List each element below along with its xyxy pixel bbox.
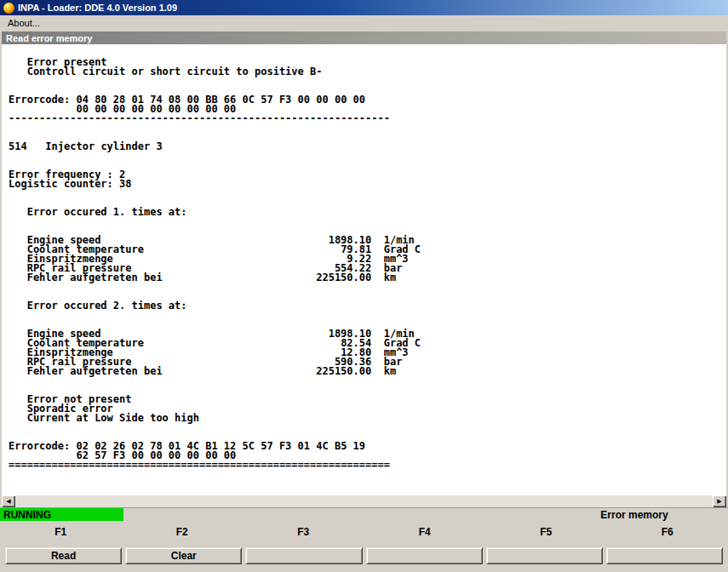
app-window: INPA - Loader: DDE 4.0 Version 1.09 Abou… bbox=[0, 0, 728, 564]
scroll-left-button[interactable]: ◀ bbox=[2, 495, 15, 507]
error-status-line: Error not present bbox=[9, 395, 723, 404]
inpa-app-icon bbox=[3, 3, 14, 14]
f4-button[interactable] bbox=[366, 547, 483, 564]
scroll-left-icon: ◀ bbox=[6, 499, 10, 505]
error-status-line: Current at Low Side too high bbox=[9, 414, 723, 423]
occurrence-2-header: Error occured 2. times at: bbox=[9, 301, 723, 311]
f2-clear-button[interactable]: Clear bbox=[125, 547, 242, 564]
error-description-line: Controll circuit or short circuit to pos… bbox=[9, 67, 723, 77]
measurement-label: Fehler aufgetreten bei bbox=[9, 273, 163, 283]
document-title: Read error memory bbox=[6, 33, 93, 43]
measurement-row: Fehler aufgetreten bei225150.00km bbox=[9, 367, 723, 376]
status-bar: RUNNING Error memory bbox=[0, 507, 728, 521]
measurement-columns: Fehler aufgetreten bei225150.00 bbox=[9, 367, 371, 376]
scroll-right-button[interactable]: ▶ bbox=[713, 495, 726, 507]
logistic-counter-line: Logistic counter: 38 bbox=[9, 180, 723, 189]
menu-item-about[interactable]: About... bbox=[2, 16, 46, 30]
screen-title-label: Error memory bbox=[541, 508, 728, 521]
measurement-columns: Fehler aufgetreten bei225150.00 bbox=[9, 273, 371, 283]
document-title-bar[interactable]: Read error memory bbox=[2, 31, 726, 44]
f5-button[interactable] bbox=[486, 547, 603, 564]
scrollbar-track[interactable] bbox=[15, 495, 713, 507]
fkey-label-f5: F5 bbox=[540, 526, 552, 538]
fkey-label-f1: F1 bbox=[54, 526, 66, 538]
measurement-unit: km bbox=[371, 367, 396, 376]
menu-bar: About... bbox=[0, 15, 728, 30]
run-state-indicator: RUNNING bbox=[0, 508, 123, 521]
error-number: 514 bbox=[9, 140, 27, 152]
separator-dashes: ----------------------------------------… bbox=[9, 114, 723, 123]
measurement-value: 225150.00 bbox=[316, 273, 371, 283]
fkey-label-f2: F2 bbox=[176, 526, 188, 538]
f1-read-button[interactable]: Read bbox=[5, 547, 122, 564]
horizontal-scrollbar[interactable]: ◀ ▶ bbox=[2, 495, 726, 507]
fkey-label-f4: F4 bbox=[419, 526, 431, 538]
separator-equals: ========================================… bbox=[9, 460, 723, 470]
measurement-row: Fehler aufgetreten bei225150.00km bbox=[9, 273, 723, 283]
f3-button[interactable] bbox=[245, 547, 362, 564]
measurement-value: 225150.00 bbox=[316, 367, 371, 376]
scroll-right-icon: ▶ bbox=[717, 499, 721, 505]
fkey-label-f3: F3 bbox=[297, 526, 309, 538]
title-bar[interactable]: INPA - Loader: DDE 4.0 Version 1.09 bbox=[0, 0, 728, 15]
fkey-label-f6: F6 bbox=[662, 526, 674, 538]
window-title: INPA - Loader: DDE 4.0 Version 1.09 bbox=[18, 3, 177, 13]
error-header-line: 514Injector cylinder 3 bbox=[9, 142, 723, 152]
function-key-labels: F1 F2 F3 F4 F5 F6 bbox=[0, 521, 728, 543]
measurement-unit: km bbox=[371, 273, 396, 283]
console-output: Error present Controll circuit or short … bbox=[2, 44, 726, 495]
errorcode-label: Errorcode: bbox=[9, 94, 70, 106]
measurement-label: Fehler aufgetreten bei bbox=[9, 367, 163, 376]
f6-button[interactable] bbox=[606, 547, 723, 564]
occurrence-1-header: Error occured 1. times at: bbox=[9, 208, 723, 217]
function-buttons: Read Clear bbox=[0, 543, 728, 564]
errorcode-label: Errorcode: bbox=[9, 440, 70, 452]
error-title: Injector cylinder 3 bbox=[27, 140, 163, 152]
